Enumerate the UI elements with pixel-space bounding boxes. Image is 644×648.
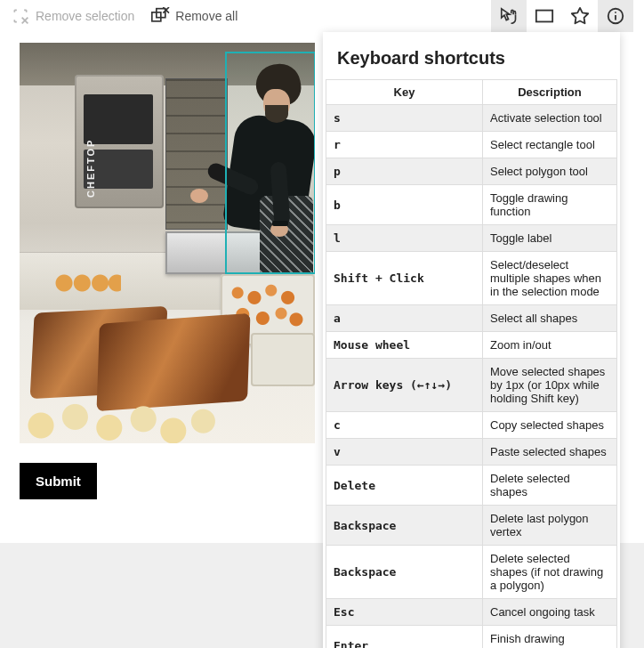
shortcut-row: Mouse wheelZoom in/out [326, 332, 617, 359]
shortcut-row: BackspaceDelete selected shapes (if not … [326, 546, 617, 599]
shortcut-row: vPaste selected shapes [326, 439, 617, 466]
shortcut-key: l [326, 225, 483, 252]
shortcut-description: Select polygon tool [483, 158, 617, 185]
shortcut-description: Toggle label [483, 225, 617, 252]
shortcut-description: Cancel ongoing task [483, 599, 617, 626]
shortcut-description: Select/deselect multiple shapes when in … [483, 252, 617, 305]
remove-all-label: Remove all [175, 9, 237, 23]
shortcut-key: Mouse wheel [326, 332, 483, 359]
remove-selection-icon [11, 6, 30, 26]
shortcut-key: Enter [326, 626, 483, 649]
shortcut-key: Backspace [326, 546, 483, 599]
shortcut-row: cCopy selected shapes [326, 412, 617, 439]
annotation-canvas[interactable]: CHEFTOP [20, 43, 315, 443]
remove-selection-label: Remove selection [36, 9, 134, 23]
shortcut-row: BackspaceDelete last polygon vertex [326, 506, 617, 546]
shortcut-key: Shift + Click [326, 252, 483, 305]
shortcut-key: b [326, 185, 483, 225]
pointer-hand-icon [499, 6, 519, 26]
polygon-tool-button[interactable] [562, 0, 598, 32]
shortcut-row: bToggle drawing function [326, 185, 617, 225]
shortcut-description: Move selected shapes by 1px (or 10px whi… [483, 359, 617, 412]
shortcut-row: Shift + ClickSelect/deselect multiple sh… [326, 252, 617, 305]
polygon-star-icon [570, 6, 590, 26]
shortcut-row: EnterFinish drawing polyshape [326, 626, 617, 649]
shortcut-description: Toggle drawing function [483, 185, 617, 225]
shortcut-key: Esc [326, 599, 483, 626]
photo-food-tray-2 [251, 333, 315, 386]
shortcut-row: pSelect polygon tool [326, 158, 617, 185]
shortcut-description: Delete selected shapes [483, 466, 617, 506]
remove-all-icon [150, 6, 170, 26]
photo-bun-tray [52, 269, 121, 297]
oven-brand-label: CHEFTOP [85, 139, 96, 198]
shortcut-description: Delete last polygon vertex [483, 506, 617, 546]
toolbar-left: Remove selection Remove all [11, 6, 237, 26]
shortcut-key: Delete [326, 466, 483, 506]
remove-all-button[interactable]: Remove all [150, 6, 237, 26]
shortcut-key: v [326, 439, 483, 466]
selection-tool-button[interactable] [491, 0, 527, 32]
remove-selection-button[interactable]: Remove selection [11, 6, 134, 26]
shortcut-row: sActivate selection tool [326, 105, 617, 132]
toolbar-right [491, 0, 633, 32]
info-button[interactable] [598, 0, 633, 32]
info-icon [606, 6, 625, 26]
shortcuts-table: Key Description sActivate selection tool… [326, 79, 617, 648]
shortcut-key: Backspace [326, 506, 483, 546]
shortcut-description: Copy selected shapes [483, 412, 617, 439]
svg-rect-6 [536, 10, 552, 21]
shortcut-row: EscCancel ongoing task [326, 599, 617, 626]
shortcut-description: Select all shapes [483, 305, 617, 332]
shortcut-key: a [326, 305, 483, 332]
rectangle-icon [535, 8, 554, 24]
shortcut-description: Finish drawing polyshape [483, 626, 617, 649]
shortcut-key: s [326, 105, 483, 132]
keyboard-shortcuts-panel: Keyboard shortcuts Key Description sActi… [323, 32, 620, 648]
shortcut-key: Arrow keys (←↑↓→) [326, 359, 483, 412]
submit-button[interactable]: Submit [20, 463, 97, 499]
svg-point-9 [615, 11, 616, 12]
shortcut-row: aSelect all shapes [326, 305, 617, 332]
photo-bread-rack [165, 78, 228, 230]
shortcut-row: rSelect rectangle tool [326, 132, 617, 158]
column-header-key: Key [326, 80, 483, 105]
shortcut-description: Activate selection tool [483, 105, 617, 132]
selection-rectangle[interactable] [225, 52, 315, 274]
shortcut-description: Paste selected shapes [483, 439, 617, 466]
shortcut-description: Delete selected shapes (if not drawing a… [483, 546, 617, 599]
photo-pastries [20, 393, 233, 443]
rectangle-tool-button[interactable] [527, 0, 562, 32]
column-header-description: Description [483, 80, 617, 105]
shortcut-row: lToggle label [326, 225, 617, 252]
shortcut-row: DeleteDelete selected shapes [326, 466, 617, 506]
shortcut-description: Select rectangle tool [483, 132, 617, 158]
shortcut-key: c [326, 412, 483, 439]
panel-title: Keyboard shortcuts [323, 46, 620, 79]
shortcut-description: Zoom in/out [483, 332, 617, 359]
shortcut-key: p [326, 158, 483, 185]
shortcut-row: Arrow keys (←↑↓→)Move selected shapes by… [326, 359, 617, 412]
shortcut-key: r [326, 132, 483, 158]
toolbar: Remove selection Remove all [0, 0, 644, 32]
